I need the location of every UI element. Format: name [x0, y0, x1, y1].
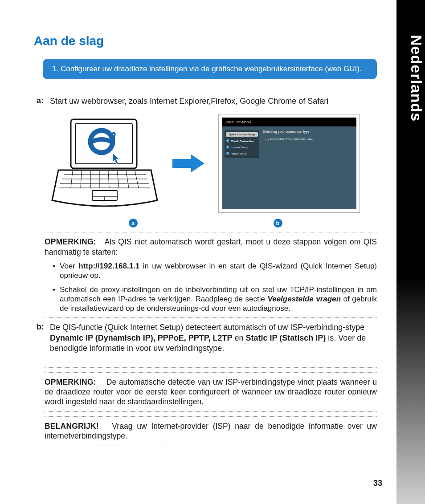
bullet-2-em: Veelgestelde vragen [267, 295, 341, 303]
router-sidebar-label: Check Connection [231, 140, 254, 142]
step-1-callout: 1. Configureer uw draadloze instellingen… [43, 59, 377, 79]
bullet-1-bold: http://192.168.1.1 [78, 262, 139, 270]
page-number: 33 [373, 479, 382, 488]
arrow-right-icon [172, 154, 205, 173]
note-2-label: OPMERKING: [45, 378, 96, 386]
step-b-label: b: [37, 322, 46, 332]
note-1-bullets: Voer http://192.168.1.1 in uw webbrowser… [53, 261, 377, 313]
step-a-text: Start uw webbrowser, zoals Internet Expl… [50, 96, 328, 106]
router-sidebar-title: Quick Internet Setup [226, 132, 258, 137]
step-a-label: a: [37, 96, 46, 106]
step-b-row: b: De QIS-functie (Quick Internet Setup)… [37, 322, 377, 354]
step-b-text: De QIS-functie (Quick Internet Setup) de… [50, 322, 377, 354]
router-sidebar-item-router: Router Setup [225, 150, 259, 157]
page-heading: Aan de slag [34, 34, 377, 48]
router-gui-screenshot: /SUS RT-N56U Quick Internet Setup Check … [219, 114, 360, 212]
badge-row: a b [61, 219, 350, 228]
step-a-row: a: Start uw webbrowser, zoals Internet E… [37, 96, 377, 106]
step-b-pre: De QIS-functie (Quick Internet Setup) de… [50, 323, 364, 332]
step-b-bold1: Dynamic IP (Dynamisch IP), PPPoE, PPTP, … [50, 333, 232, 342]
note-3-label: BELANGRIJK! [45, 422, 99, 431]
bullet-1: Voer http://192.168.1.1 in uw webbrowser… [53, 261, 377, 280]
divider [45, 446, 377, 446]
router-sidebar: Quick Internet Setup Check Connection In… [225, 130, 259, 158]
step-b-mid: en [232, 333, 245, 342]
laptop-illustration [51, 117, 158, 210]
divider [45, 372, 377, 373]
router-main-panel: Detecting your connection type Start to … [263, 130, 354, 140]
divider [45, 367, 377, 368]
step-b-bold2: Static IP (Statisch IP) [246, 333, 326, 342]
dot-icon [226, 139, 229, 142]
divider [45, 416, 377, 417]
router-sidebar-label: Internet Setup [231, 146, 248, 149]
bullet-1-pre: Voer [60, 262, 78, 270]
dot-icon [226, 146, 229, 149]
step-1-text: 1. Configureer uw draadloze instellingen… [52, 65, 362, 73]
illustration-row: /SUS RT-N56U Quick Internet Setup Check … [34, 114, 377, 212]
divider [45, 411, 377, 412]
router-titlebar: /SUS RT-N56U [222, 118, 356, 126]
router-sidebar-item-check: Check Connection [225, 138, 259, 144]
router-brand: /SUS [225, 120, 234, 124]
router-model: RT-N56U [237, 120, 251, 124]
badge-b: b [274, 219, 282, 228]
router-sidebar-label: Router Setup [231, 152, 246, 155]
note-2: OPMERKING: De automatische detectie van … [45, 377, 377, 407]
router-main-status: Start to detect your connection type... [270, 138, 354, 140]
divider [45, 317, 377, 318]
note-3: BELANGRIJK! Vraag uw Internet-provider (… [45, 421, 377, 441]
dot-icon [226, 152, 229, 155]
badge-a: a [129, 219, 138, 228]
bullet-2: Schakel de proxy-instellingen en de inbe… [53, 285, 377, 313]
note-1: OPMERKING: Als QIS niet automatisch word… [45, 237, 377, 313]
note-1-label: OPMERKING: [45, 237, 96, 246]
router-main-title: Detecting your connection type [263, 130, 354, 133]
router-sidebar-item-internet: Internet Setup [225, 144, 259, 150]
divider [45, 232, 377, 232]
